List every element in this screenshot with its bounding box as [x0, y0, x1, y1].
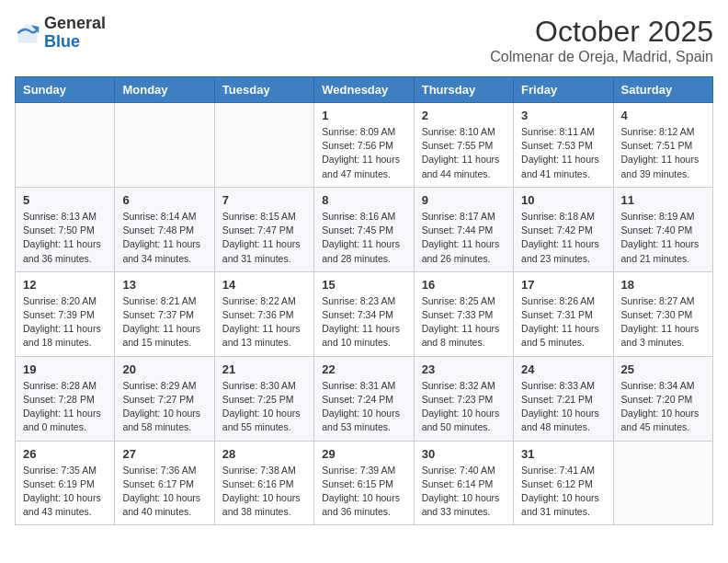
- calendar-cell: 10Sunrise: 8:18 AM Sunset: 7:42 PM Dayli…: [514, 187, 613, 271]
- day-info: Sunrise: 8:18 AM Sunset: 7:42 PM Dayligh…: [521, 210, 605, 266]
- weekday-header-monday: Monday: [115, 77, 214, 103]
- day-info: Sunrise: 8:22 AM Sunset: 7:36 PM Dayligh…: [222, 294, 306, 350]
- calendar-cell: 26Sunrise: 7:35 AM Sunset: 6:19 PM Dayli…: [16, 441, 115, 525]
- month-title: October 2025: [490, 15, 713, 49]
- calendar-cell: 27Sunrise: 7:36 AM Sunset: 6:17 PM Dayli…: [115, 441, 214, 525]
- day-number: 27: [122, 447, 206, 461]
- day-number: 2: [422, 109, 506, 122]
- calendar-cell: 17Sunrise: 8:26 AM Sunset: 7:31 PM Dayli…: [514, 271, 613, 356]
- weekday-header-sunday: Sunday: [16, 77, 115, 103]
- day-info: Sunrise: 8:13 AM Sunset: 7:50 PM Dayligh…: [23, 210, 107, 266]
- calendar-cell: 15Sunrise: 8:23 AM Sunset: 7:34 PM Dayli…: [314, 271, 414, 356]
- calendar-table: SundayMondayTuesdayWednesdayThursdayFrid…: [15, 76, 713, 525]
- day-info: Sunrise: 7:41 AM Sunset: 6:12 PM Dayligh…: [521, 464, 605, 520]
- calendar-week-2: 5Sunrise: 8:13 AM Sunset: 7:50 PM Daylig…: [16, 187, 713, 271]
- calendar-cell: [115, 103, 214, 188]
- calendar-cell: 25Sunrise: 8:34 AM Sunset: 7:20 PM Dayli…: [613, 356, 712, 441]
- day-number: 6: [122, 193, 206, 207]
- day-info: Sunrise: 8:26 AM Sunset: 7:31 PM Dayligh…: [521, 294, 605, 350]
- calendar-cell: 20Sunrise: 8:29 AM Sunset: 7:27 PM Dayli…: [115, 356, 214, 441]
- calendar-cell: [16, 103, 115, 188]
- calendar-cell: [214, 103, 313, 188]
- calendar-cell: 3Sunrise: 8:11 AM Sunset: 7:53 PM Daylig…: [514, 103, 613, 188]
- day-number: 17: [521, 278, 605, 292]
- calendar-cell: [613, 441, 712, 525]
- calendar-cell: 21Sunrise: 8:30 AM Sunset: 7:25 PM Dayli…: [214, 356, 313, 441]
- weekday-header-tuesday: Tuesday: [214, 77, 313, 103]
- calendar-cell: 14Sunrise: 8:22 AM Sunset: 7:36 PM Dayli…: [214, 271, 313, 356]
- calendar-cell: 11Sunrise: 8:19 AM Sunset: 7:40 PM Dayli…: [613, 187, 712, 271]
- day-number: 1: [322, 109, 405, 122]
- calendar-cell: 13Sunrise: 8:21 AM Sunset: 7:37 PM Dayli…: [115, 271, 214, 356]
- location: Colmenar de Oreja, Madrid, Spain: [490, 49, 713, 65]
- day-number: 7: [222, 193, 306, 207]
- day-info: Sunrise: 7:35 AM Sunset: 6:19 PM Dayligh…: [23, 464, 107, 520]
- day-number: 8: [322, 193, 405, 207]
- calendar-cell: 12Sunrise: 8:20 AM Sunset: 7:39 PM Dayli…: [16, 271, 115, 356]
- calendar-cell: 19Sunrise: 8:28 AM Sunset: 7:28 PM Dayli…: [16, 356, 115, 441]
- day-info: Sunrise: 8:27 AM Sunset: 7:30 PM Dayligh…: [621, 294, 705, 350]
- day-number: 31: [521, 447, 605, 461]
- day-number: 14: [222, 278, 306, 292]
- calendar-cell: 1Sunrise: 8:09 AM Sunset: 7:56 PM Daylig…: [314, 103, 414, 188]
- day-info: Sunrise: 8:10 AM Sunset: 7:55 PM Dayligh…: [422, 125, 506, 181]
- day-info: Sunrise: 8:19 AM Sunset: 7:40 PM Dayligh…: [621, 210, 705, 266]
- day-info: Sunrise: 8:14 AM Sunset: 7:48 PM Dayligh…: [122, 210, 206, 266]
- calendar-week-4: 19Sunrise: 8:28 AM Sunset: 7:28 PM Dayli…: [16, 356, 713, 441]
- day-number: 29: [322, 447, 405, 461]
- calendar-cell: 18Sunrise: 8:27 AM Sunset: 7:30 PM Dayli…: [613, 271, 712, 356]
- weekday-header-row: SundayMondayTuesdayWednesdayThursdayFrid…: [16, 77, 713, 103]
- day-number: 21: [222, 362, 306, 376]
- calendar-cell: 2Sunrise: 8:10 AM Sunset: 7:55 PM Daylig…: [414, 103, 513, 188]
- calendar-cell: 23Sunrise: 8:32 AM Sunset: 7:23 PM Dayli…: [414, 356, 513, 441]
- day-number: 11: [621, 193, 705, 207]
- weekday-header-wednesday: Wednesday: [314, 77, 414, 103]
- weekday-header-friday: Friday: [514, 77, 613, 103]
- calendar-cell: 31Sunrise: 7:41 AM Sunset: 6:12 PM Dayli…: [514, 441, 613, 525]
- calendar-week-3: 12Sunrise: 8:20 AM Sunset: 7:39 PM Dayli…: [16, 271, 713, 356]
- calendar-cell: 29Sunrise: 7:39 AM Sunset: 6:15 PM Dayli…: [314, 441, 414, 525]
- day-number: 30: [422, 447, 506, 461]
- calendar-cell: 6Sunrise: 8:14 AM Sunset: 7:48 PM Daylig…: [115, 187, 214, 271]
- logo-general-text: General: [44, 14, 106, 32]
- calendar-cell: 8Sunrise: 8:16 AM Sunset: 7:45 PM Daylig…: [314, 187, 414, 271]
- calendar-cell: 30Sunrise: 7:40 AM Sunset: 6:14 PM Dayli…: [414, 441, 513, 525]
- day-info: Sunrise: 7:38 AM Sunset: 6:16 PM Dayligh…: [222, 464, 306, 520]
- day-info: Sunrise: 8:29 AM Sunset: 7:27 PM Dayligh…: [122, 379, 206, 435]
- day-number: 22: [322, 362, 405, 376]
- weekday-header-saturday: Saturday: [613, 77, 712, 103]
- day-info: Sunrise: 8:17 AM Sunset: 7:44 PM Dayligh…: [422, 210, 506, 266]
- day-info: Sunrise: 8:21 AM Sunset: 7:37 PM Dayligh…: [122, 294, 206, 350]
- day-info: Sunrise: 8:09 AM Sunset: 7:56 PM Dayligh…: [322, 125, 405, 181]
- day-number: 15: [322, 278, 405, 292]
- day-number: 16: [422, 278, 506, 292]
- day-info: Sunrise: 7:40 AM Sunset: 6:14 PM Dayligh…: [422, 464, 506, 520]
- day-number: 28: [222, 447, 306, 461]
- day-number: 9: [422, 193, 506, 207]
- day-number: 26: [23, 447, 107, 461]
- day-info: Sunrise: 8:11 AM Sunset: 7:53 PM Dayligh…: [521, 125, 605, 181]
- day-number: 18: [621, 278, 705, 292]
- logo: General Blue: [15, 15, 106, 52]
- day-number: 20: [122, 362, 206, 376]
- calendar-cell: 9Sunrise: 8:17 AM Sunset: 7:44 PM Daylig…: [414, 187, 513, 271]
- calendar-cell: 7Sunrise: 8:15 AM Sunset: 7:47 PM Daylig…: [214, 187, 313, 271]
- page-header: General Blue October 2025 Colmenar de Or…: [15, 15, 713, 65]
- day-info: Sunrise: 8:15 AM Sunset: 7:47 PM Dayligh…: [222, 210, 306, 266]
- calendar-cell: 4Sunrise: 8:12 AM Sunset: 7:51 PM Daylig…: [613, 103, 712, 188]
- calendar-week-5: 26Sunrise: 7:35 AM Sunset: 6:19 PM Dayli…: [16, 441, 713, 525]
- title-block: October 2025 Colmenar de Oreja, Madrid, …: [490, 15, 713, 65]
- day-info: Sunrise: 8:20 AM Sunset: 7:39 PM Dayligh…: [23, 294, 107, 350]
- day-info: Sunrise: 8:33 AM Sunset: 7:21 PM Dayligh…: [521, 379, 605, 435]
- calendar-cell: 28Sunrise: 7:38 AM Sunset: 6:16 PM Dayli…: [214, 441, 313, 525]
- day-number: 23: [422, 362, 506, 376]
- day-info: Sunrise: 8:25 AM Sunset: 7:33 PM Dayligh…: [422, 294, 506, 350]
- day-info: Sunrise: 8:28 AM Sunset: 7:28 PM Dayligh…: [23, 379, 107, 435]
- day-number: 25: [621, 362, 705, 376]
- calendar-cell: 24Sunrise: 8:33 AM Sunset: 7:21 PM Dayli…: [514, 356, 613, 441]
- calendar-cell: 22Sunrise: 8:31 AM Sunset: 7:24 PM Dayli…: [314, 356, 414, 441]
- day-info: Sunrise: 8:34 AM Sunset: 7:20 PM Dayligh…: [621, 379, 705, 435]
- day-info: Sunrise: 8:23 AM Sunset: 7:34 PM Dayligh…: [322, 294, 405, 350]
- calendar-week-1: 1Sunrise: 8:09 AM Sunset: 7:56 PM Daylig…: [16, 103, 713, 188]
- day-info: Sunrise: 8:31 AM Sunset: 7:24 PM Dayligh…: [322, 379, 405, 435]
